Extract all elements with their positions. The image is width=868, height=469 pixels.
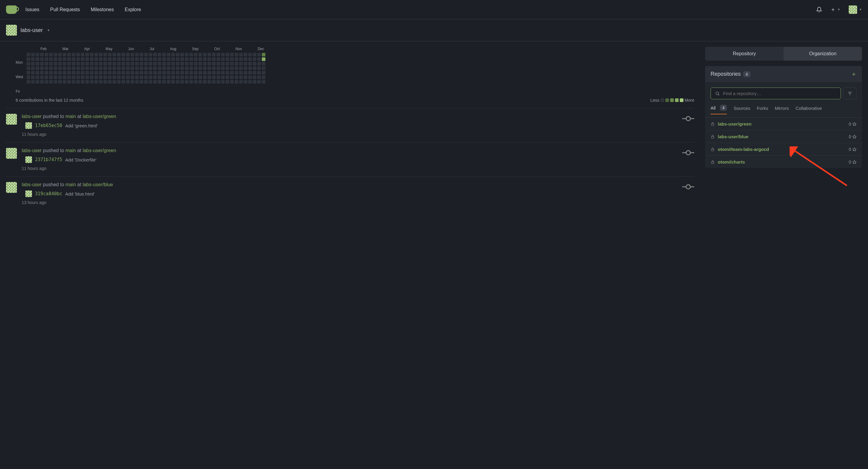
- heatmap-cell[interactable]: [262, 62, 266, 65]
- heatmap-cell[interactable]: [203, 57, 207, 61]
- heatmap-cell[interactable]: [230, 57, 234, 61]
- heatmap-cell[interactable]: [117, 66, 121, 70]
- heatmap-cell[interactable]: [90, 57, 93, 61]
- heatmap-cell[interactable]: [189, 53, 193, 56]
- heatmap-cell[interactable]: [85, 57, 89, 61]
- heatmap-cell[interactable]: [235, 66, 238, 70]
- heatmap-cell[interactable]: [131, 66, 134, 70]
- heatmap-cell[interactable]: [126, 66, 130, 70]
- heatmap-cell[interactable]: [230, 66, 234, 70]
- heatmap-cell[interactable]: [85, 80, 89, 84]
- heatmap-cell[interactable]: [217, 53, 220, 56]
- heatmap-cell[interactable]: [198, 53, 202, 56]
- heatmap-cell[interactable]: [162, 71, 166, 75]
- heatmap-cell[interactable]: [108, 62, 112, 65]
- heatmap-cell[interactable]: [239, 62, 243, 65]
- heatmap-cell[interactable]: [176, 71, 180, 75]
- heatmap-cell[interactable]: [27, 71, 30, 75]
- heatmap-cell[interactable]: [63, 80, 66, 84]
- heatmap-cell[interactable]: [217, 76, 220, 79]
- heatmap-cell[interactable]: [67, 66, 71, 70]
- heatmap-cell[interactable]: [76, 80, 80, 84]
- heatmap-cell[interactable]: [235, 76, 238, 79]
- heatmap-cell[interactable]: [221, 71, 225, 75]
- heatmap-cell[interactable]: [113, 66, 116, 70]
- heatmap-cell[interactable]: [131, 71, 134, 75]
- heatmap-cell[interactable]: [144, 80, 148, 84]
- heatmap-cell[interactable]: [117, 53, 121, 56]
- heatmap-cell[interactable]: [208, 80, 211, 84]
- heatmap-cell[interactable]: [63, 71, 66, 75]
- heatmap-cell[interactable]: [31, 80, 35, 84]
- heatmap-cell[interactable]: [113, 57, 116, 61]
- heatmap-cell[interactable]: [135, 57, 139, 61]
- heatmap-cell[interactable]: [244, 66, 247, 70]
- heatmap-cell[interactable]: [122, 80, 125, 84]
- heatmap-cell[interactable]: [31, 57, 35, 61]
- heatmap-cell[interactable]: [40, 53, 44, 56]
- repo-name[interactable]: otomi/team-labs-argocd: [718, 147, 769, 152]
- heatmap-cell[interactable]: [58, 76, 62, 79]
- heatmap-cell[interactable]: [257, 66, 261, 70]
- heatmap-cell[interactable]: [63, 62, 66, 65]
- repo-name[interactable]: labs-user/green: [718, 121, 752, 126]
- heatmap-cell[interactable]: [122, 53, 125, 56]
- heatmap-cell[interactable]: [248, 76, 252, 79]
- filter-all[interactable]: All 4: [711, 105, 727, 114]
- heatmap-cell[interactable]: [149, 62, 152, 65]
- activity-user-link[interactable]: labs-user: [22, 114, 42, 119]
- heatmap-cell[interactable]: [49, 53, 53, 56]
- heatmap-cell[interactable]: [180, 76, 184, 79]
- heatmap-cell[interactable]: [253, 57, 256, 61]
- heatmap-cell[interactable]: [194, 71, 197, 75]
- heatmap-cell[interactable]: [122, 76, 125, 79]
- heatmap-cell[interactable]: [67, 71, 71, 75]
- new-repo-button[interactable]: [851, 71, 857, 77]
- activity-user-link[interactable]: labs-user: [22, 182, 42, 187]
- heatmap-cell[interactable]: [108, 53, 112, 56]
- heatmap-cell[interactable]: [253, 62, 256, 65]
- heatmap-cell[interactable]: [221, 57, 225, 61]
- heatmap-cell[interactable]: [94, 71, 98, 75]
- heatmap-cell[interactable]: [198, 66, 202, 70]
- heatmap-cell[interactable]: [203, 80, 207, 84]
- heatmap-cell[interactable]: [208, 53, 211, 56]
- heatmap-cell[interactable]: [198, 71, 202, 75]
- heatmap-cell[interactable]: [76, 76, 80, 79]
- nav-issues[interactable]: Issues: [25, 7, 39, 12]
- heatmap-cell[interactable]: [212, 76, 216, 79]
- heatmap-cell[interactable]: [149, 80, 152, 84]
- heatmap-cell[interactable]: [167, 53, 170, 56]
- heatmap-cell[interactable]: [94, 76, 98, 79]
- heatmap-cell[interactable]: [113, 53, 116, 56]
- heatmap-cell[interactable]: [90, 62, 93, 65]
- heatmap-cell[interactable]: [85, 71, 89, 75]
- heatmap-cell[interactable]: [235, 80, 238, 84]
- heatmap-cell[interactable]: [239, 80, 243, 84]
- heatmap-cell[interactable]: [212, 53, 216, 56]
- heatmap-cell[interactable]: [117, 62, 121, 65]
- heatmap-cell[interactable]: [126, 57, 130, 61]
- heatmap-cell[interactable]: [185, 57, 188, 61]
- heatmap-cell[interactable]: [176, 57, 180, 61]
- heatmap-cell[interactable]: [217, 57, 220, 61]
- heatmap-cell[interactable]: [140, 53, 143, 56]
- heatmap-cell[interactable]: [72, 71, 75, 75]
- heatmap-cell[interactable]: [67, 80, 71, 84]
- heatmap-cell[interactable]: [212, 71, 216, 75]
- heatmap-cell[interactable]: [171, 57, 175, 61]
- heatmap-cell[interactable]: [208, 57, 211, 61]
- tab-organization[interactable]: Organization: [783, 47, 862, 61]
- heatmap-cell[interactable]: [239, 76, 243, 79]
- heatmap-cell[interactable]: [144, 76, 148, 79]
- activity-branch-link[interactable]: main: [65, 182, 76, 187]
- heatmap-cell[interactable]: [94, 53, 98, 56]
- heatmap-cell[interactable]: [221, 66, 225, 70]
- heatmap-cell[interactable]: [122, 62, 125, 65]
- heatmap-cell[interactable]: [198, 57, 202, 61]
- heatmap-cell[interactable]: [63, 66, 66, 70]
- heatmap-cell[interactable]: [262, 66, 266, 70]
- heatmap-cell[interactable]: [85, 66, 89, 70]
- heatmap-cell[interactable]: [31, 53, 35, 56]
- heatmap-cell[interactable]: [72, 62, 75, 65]
